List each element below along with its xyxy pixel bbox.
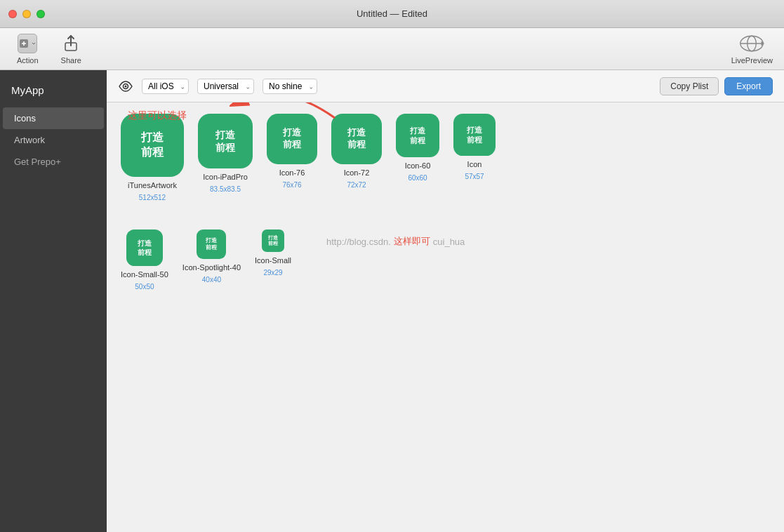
watermark-suffix: cui_hua: [433, 237, 465, 247]
maximize-button[interactable]: [36, 10, 45, 18]
filter-bar: All iOS Universal No shine Copy Plist Ex…: [107, 70, 784, 102]
share-icon: [61, 34, 81, 53]
main-layout: MyApp Icons Artwork Get Prepo+ All iOS: [0, 70, 784, 532]
sidebar-item-artwork[interactable]: Artwork: [3, 129, 104, 151]
app-name: MyApp: [0, 76, 107, 107]
icon-preview-72: 打造前程: [331, 114, 382, 164]
minimize-button[interactable]: [22, 10, 31, 18]
icon-preview-60: 打造前程: [396, 114, 439, 157]
content-area: All iOS Universal No shine Copy Plist Ex…: [107, 70, 784, 532]
watermark-prefix: http://blog.csdn.: [326, 237, 391, 247]
filter-right: Copy Plist Export: [660, 77, 773, 95]
icon-size-76: 76x76: [282, 181, 301, 189]
livepreview-label: LivePreview: [731, 56, 773, 65]
icon-preview-small50: 打造前程: [126, 230, 163, 266]
close-button[interactable]: [8, 10, 17, 18]
icon-size-72: 72x72: [347, 181, 366, 189]
icon-size-default: 57x57: [465, 173, 484, 180]
icon-small-50[interactable]: 打造前程 Icon-Small-50 50x50: [121, 230, 168, 291]
platform-select[interactable]: All iOS: [142, 79, 189, 94]
shine-select[interactable]: No shine: [263, 79, 317, 94]
visibility-icon[interactable]: [118, 79, 133, 94]
icons-row-2: 打造前程 Icon-Small-50 50x50 打造前程: [121, 230, 770, 291]
icon-preview-default: 打造前程: [453, 114, 496, 156]
icon-name-ipadpro: Icon-iPadPro: [203, 173, 248, 181]
share-label: Share: [61, 56, 81, 65]
device-select-wrapper[interactable]: Universal: [197, 79, 254, 94]
icon-preview-small: 打造前程: [262, 230, 284, 252]
icon-preview-76: 打造前程: [267, 114, 317, 164]
icon-size-spotlight40: 40x40: [202, 276, 221, 284]
svg-point-8: [125, 85, 127, 87]
icon-ipadpro[interactable]: 打造前程 Icon-iPadPro 83.5x83.5: [198, 114, 253, 193]
annotation-container: 这里可以选择: [128, 109, 187, 122]
device-select[interactable]: Universal: [197, 79, 254, 94]
toolbar: Action Share LivePreview: [0, 28, 784, 70]
titlebar: Untitled — Edited: [0, 0, 784, 28]
annotation-text: 这里可以选择: [128, 109, 187, 122]
icons-row-1: 打造前程 iTunesArtwork 512x512 打造前程: [121, 114, 770, 201]
icon-preview-ipadpro: 打造前程: [198, 114, 253, 168]
icon-name-60: Icon-60: [405, 161, 431, 170]
filter-left: All iOS Universal No shine: [118, 79, 317, 94]
livepreview-icon: [739, 34, 764, 53]
icon-60[interactable]: 打造前程 Icon-60 60x60: [396, 114, 439, 182]
icons-grid: 打造前程 iTunesArtwork 512x512 打造前程: [107, 102, 784, 330]
icon-name-72: Icon-72: [344, 168, 370, 177]
watermark-container: http://blog.csdn. 这样即可 cui_hua: [326, 235, 465, 248]
icon-size-60: 60x60: [408, 174, 427, 182]
window-title: Untitled — Edited: [357, 8, 427, 19]
sidebar: MyApp Icons Artwork Get Prepo+: [0, 70, 107, 532]
icon-size-small: 29x29: [263, 269, 282, 277]
icon-name-76: Icon-76: [279, 168, 305, 177]
icon-name-small: Icon-Small: [255, 256, 291, 265]
sidebar-item-get-prepo[interactable]: Get Prepo+: [3, 151, 104, 173]
icon-preview-spotlight40: 打造前程: [197, 230, 226, 259]
icon-itunes-artwork[interactable]: 打造前程 iTunesArtwork 512x512: [121, 114, 184, 201]
icon-name-itunes: iTunesArtwork: [128, 181, 177, 189]
icon-small[interactable]: 打造前程 Icon-Small 29x29: [255, 230, 291, 277]
livepreview-button[interactable]: LivePreview: [731, 34, 773, 65]
icon-76[interactable]: 打造前程 Icon-76 76x76: [267, 114, 317, 189]
icon-size-small50: 50x50: [135, 283, 154, 291]
platform-select-wrapper[interactable]: All iOS: [142, 79, 189, 94]
icon-name-spotlight40: Icon-Spotlight-40: [182, 263, 241, 272]
copy-plist-button[interactable]: Copy Plist: [660, 77, 719, 95]
icon-72[interactable]: 打造前程 Icon-72 72x72: [331, 114, 382, 189]
row2-container: 打造前程 Icon-Small-50 50x50 打造前程: [121, 230, 770, 291]
sidebar-item-icons[interactable]: Icons: [3, 107, 104, 129]
icon-preview-itunes: 打造前程: [121, 114, 184, 177]
icon-name-small50: Icon-Small-50: [121, 270, 168, 279]
action-button[interactable]: Action: [11, 31, 44, 67]
icon-size-itunes: 512x512: [139, 194, 166, 201]
icon-size-ipadpro: 83.5x83.5: [210, 185, 241, 193]
icon-default[interactable]: 打造前程 Icon 57x57: [453, 114, 496, 180]
toolbar-left: Action Share: [11, 31, 87, 67]
action-label: Action: [17, 56, 39, 65]
icon-spotlight-40[interactable]: 打造前程 Icon-Spotlight-40 40x40: [182, 230, 241, 284]
export-button[interactable]: Export: [724, 77, 773, 95]
icon-name-default: Icon: [467, 160, 482, 168]
shine-select-wrapper[interactable]: No shine: [263, 79, 317, 94]
window-controls: [8, 10, 45, 18]
action-icon: [18, 34, 37, 53]
watermark-highlight: 这样即可: [394, 235, 430, 248]
share-button[interactable]: Share: [55, 31, 87, 67]
